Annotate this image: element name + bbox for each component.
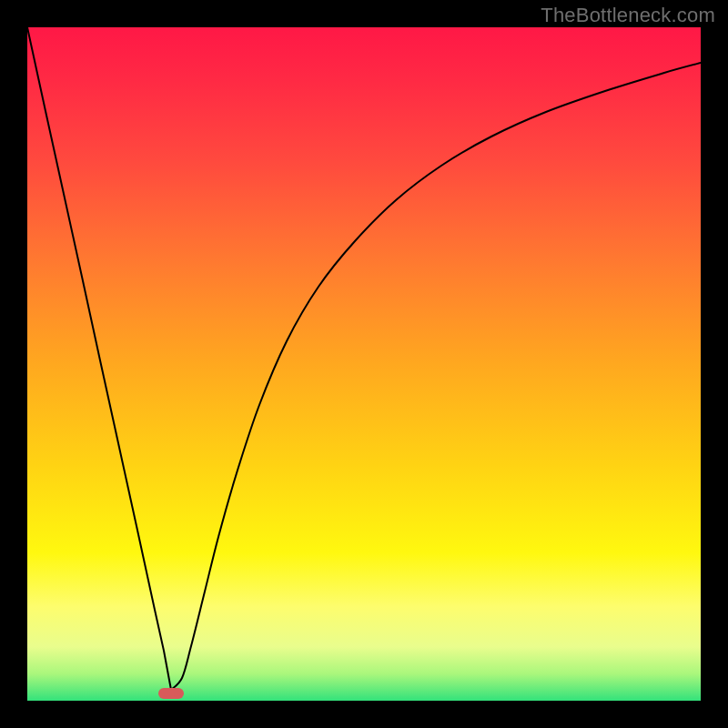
bottleneck-curve <box>27 27 701 701</box>
minimum-marker <box>158 688 184 699</box>
plot-area <box>27 27 701 701</box>
watermark-text: TheBottleneck.com <box>541 4 715 27</box>
chart-frame: TheBottleneck.com <box>0 0 728 728</box>
